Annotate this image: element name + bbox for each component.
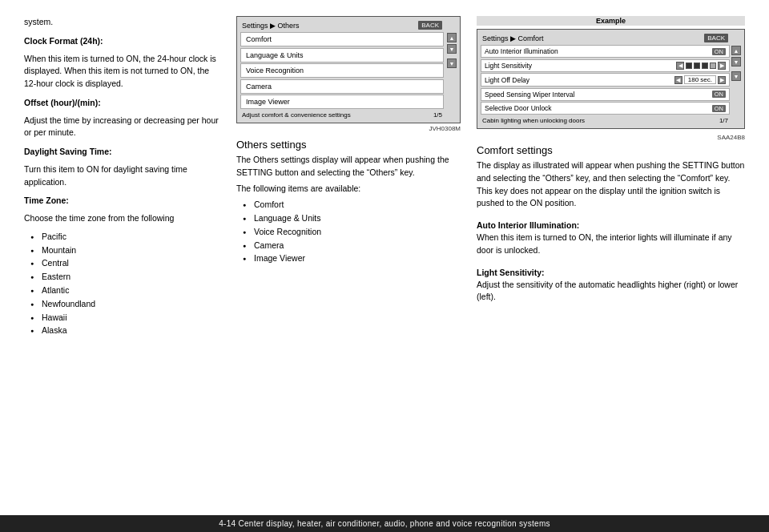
page-container: system. Clock Format (24h): When this it… (0, 0, 769, 532)
content-area: system. Clock Format (24h): When this it… (0, 0, 769, 515)
comfort-footer-text: Cabin lighting when unlocking doors (482, 117, 585, 124)
menu-item-imageviewer[interactable]: Image Viewer (240, 95, 444, 109)
comfort-row-wiper[interactable]: Speed Sensing Wiper Interval ON (481, 88, 730, 101)
screen-page-indicator: 1/5 (433, 111, 442, 119)
screen-header: Settings ▶ Others BACK (240, 20, 444, 30)
daylight-body: Turn this item to ON for daylight saving… (24, 163, 220, 189)
sens-bar (694, 62, 700, 69)
light-sensitivity-body: Adjust the sensitivity of the automatic … (477, 279, 745, 304)
comfort-screen-header: Settings ▶ Comfort BACK (481, 33, 730, 43)
right-arrow[interactable]: ▶ (718, 76, 726, 84)
timezone-heading: Time Zone: (24, 195, 220, 208)
screen-caption: JVH0308M (236, 125, 461, 132)
others-section-title-wrap: Others settings The Others settings disp… (236, 139, 461, 270)
menu-item-comfort[interactable]: Comfort (240, 32, 444, 46)
list-item: Camera (243, 239, 461, 252)
list-item: Newfoundland (30, 297, 220, 311)
comfort-screen-path: Settings ▶ Comfort (482, 34, 544, 42)
intro-text: system. (24, 16, 220, 29)
menu-item-language[interactable]: Language & Units (240, 48, 444, 62)
others-para-1: The Others settings display will appear … (236, 154, 461, 179)
screen-footer-text: Adjust comfort & convenience settings (242, 111, 351, 119)
mid-column: Settings ▶ Others BACK Comfort Language … (236, 16, 461, 507)
row-label: Speed Sensing Wiper Interval (485, 91, 712, 99)
others-screen: Settings ▶ Others BACK Comfort Language … (236, 16, 461, 123)
scroll-down-button[interactable]: ▼ (731, 57, 741, 66)
left-column: system. Clock Format (24h): When this it… (24, 16, 220, 507)
comfort-row-auto-illumination[interactable]: Auto Interior Illumination ON (481, 45, 730, 58)
list-item: Atlantic (30, 284, 220, 297)
row-control: ON (712, 48, 726, 55)
footer-text: 4-14 Center display, heater, air conditi… (219, 519, 550, 528)
row-label: Light Off Delay (485, 76, 674, 84)
others-section-title: Others settings (236, 139, 461, 151)
sens-bar (710, 62, 716, 69)
offset-heading: Offset (hour)/(min): (24, 97, 220, 110)
others-screen-wrapper: Settings ▶ Others BACK Comfort Language … (236, 16, 461, 132)
menu-item-voice[interactable]: Voice Recognition (240, 63, 444, 78)
scroll-up-button[interactable]: ▲ (731, 46, 741, 55)
row-label: Auto Interior Illumination (485, 47, 712, 55)
scroll-down2-button[interactable]: ▼ (447, 58, 457, 68)
sensitivity-control: ◀ ▶ (676, 62, 726, 70)
right-arrow[interactable]: ▶ (718, 62, 726, 70)
list-item: Alaska (30, 324, 220, 337)
list-item: Language & Units (243, 212, 461, 225)
menu-item-camera[interactable]: Camera (240, 79, 444, 94)
comfort-row-light-sensitivity[interactable]: Light Sensitivity ◀ ▶ (481, 59, 730, 72)
clock-format-heading: Clock Format (24h): (24, 35, 220, 48)
on-badge: ON (712, 105, 726, 112)
comfort-screen-footer: Cabin lighting when unlocking doors 1/7 (481, 116, 730, 125)
list-item: Central (30, 256, 220, 270)
list-item: Eastern (30, 270, 220, 284)
screen-path: Settings ▶ Others (242, 22, 300, 30)
comfort-page-indicator: 1/7 (719, 117, 728, 124)
sens-bar (686, 62, 692, 69)
left-arrow[interactable]: ◀ (676, 62, 684, 70)
auto-illumination-body: When this item is turned to ON, the inte… (477, 232, 745, 257)
scroll-down2-button[interactable]: ▼ (731, 71, 741, 81)
list-item: Mountain (30, 244, 220, 257)
back-button[interactable]: BACK (418, 21, 442, 30)
list-item: Comfort (243, 198, 461, 212)
list-item: Voice Recognition (243, 225, 461, 239)
list-item: Hawaii (30, 311, 220, 324)
comfort-row-door-unlock[interactable]: Selective Door Unlock ON (481, 102, 730, 115)
sens-bar (702, 62, 708, 69)
light-sensitivity-heading: Light Sensitivity: (477, 268, 745, 277)
timezone-intro: Choose the time zone from the following (24, 212, 220, 225)
row-label: Light Sensitivity (485, 62, 676, 70)
comfort-section-title: Comfort settings (477, 144, 745, 156)
delay-value: 180 sec. (684, 75, 716, 84)
right-column: Example Settings ▶ Comfort BACK Auto Int… (477, 16, 745, 507)
on-badge: ON (712, 91, 726, 98)
row-control: ON (712, 105, 726, 112)
others-para-2: The following items are available: (236, 183, 461, 195)
row-control: ON (712, 91, 726, 98)
row-control-delay: ◀ 180 sec. ▶ (674, 75, 726, 84)
comfort-screen: Settings ▶ Comfort BACK Auto Interior Il… (477, 29, 745, 129)
timezone-list: Pacific Mountain Central Eastern Atlanti… (30, 230, 220, 337)
others-items-list: Comfort Language & Units Voice Recogniti… (243, 198, 461, 265)
screen-controls: ▲ ▼ ▼ (447, 33, 457, 68)
comfort-screen-caption: SAA24B8 (477, 134, 745, 141)
scroll-up-button[interactable]: ▲ (447, 33, 457, 42)
on-badge: ON (712, 48, 726, 55)
screen-footer: Adjust comfort & convenience settings 1/… (240, 111, 444, 119)
list-item: Image Viewer (243, 252, 461, 265)
clock-format-body: When this item is turned to ON, the 24-h… (24, 53, 220, 91)
offset-body: Adjust the time by increasing or decreas… (24, 115, 220, 140)
footer-bar: 4-14 Center display, heater, air conditi… (0, 515, 769, 532)
comfort-back-button[interactable]: BACK (704, 34, 728, 42)
example-label: Example (477, 16, 745, 26)
auto-illumination-heading: Auto Interior Illumination: (477, 220, 745, 230)
daylight-heading: Daylight Saving Time: (24, 146, 220, 159)
list-item: Pacific (30, 230, 220, 244)
comfort-row-light-off-delay[interactable]: Light Off Delay ◀ 180 sec. ▶ (481, 73, 730, 87)
comfort-para-1: The display as illustrated will appear w… (477, 159, 745, 210)
row-label: Selective Door Unlock (485, 104, 712, 112)
scroll-down-button[interactable]: ▼ (447, 44, 457, 54)
left-arrow[interactable]: ◀ (674, 76, 682, 84)
comfort-screen-controls: ▲ ▼ ▼ (731, 46, 741, 81)
